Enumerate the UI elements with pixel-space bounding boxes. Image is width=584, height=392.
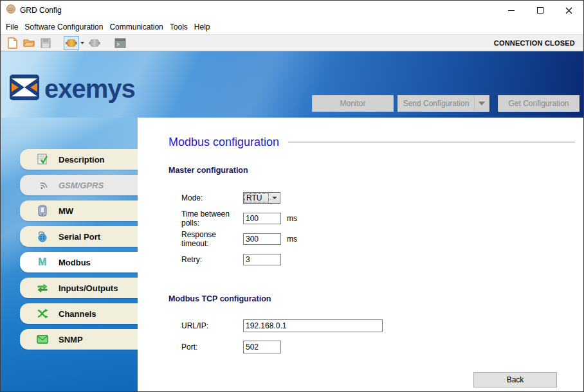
retry-input[interactable] bbox=[243, 254, 281, 265]
polls-unit: ms bbox=[287, 214, 297, 223]
sidebar-item-channels[interactable]: Channels bbox=[20, 303, 138, 324]
app-window: GRD Config File Software Configuration C… bbox=[0, 0, 584, 392]
snmp-icon bbox=[36, 333, 49, 346]
description-icon bbox=[36, 153, 49, 166]
menu-tools[interactable]: Tools bbox=[167, 21, 191, 33]
chevron-down-icon bbox=[269, 193, 280, 203]
master-configuration-title: Master configuration bbox=[169, 166, 583, 175]
channels-icon bbox=[36, 307, 49, 320]
send-configuration-label: Send Configuration bbox=[398, 99, 474, 108]
mw-icon bbox=[36, 204, 49, 217]
connect-dropdown-icon[interactable] bbox=[79, 36, 86, 50]
new-file-icon[interactable] bbox=[5, 36, 20, 50]
connect-icon[interactable] bbox=[64, 36, 79, 50]
toolbar: CONNECTION CLOSED bbox=[1, 34, 583, 51]
port-label: Port: bbox=[181, 343, 243, 352]
url-ip-label: URL/IP: bbox=[181, 321, 243, 330]
disconnect-icon[interactable] bbox=[87, 36, 102, 50]
minimize-icon[interactable] bbox=[497, 1, 525, 20]
response-timeout-label: Response timeout: bbox=[181, 230, 243, 248]
connection-status: CONNECTION CLOSED bbox=[494, 39, 575, 47]
back-button[interactable]: Back bbox=[473, 372, 557, 388]
sidebar-item-serial-port[interactable]: Serial Port bbox=[20, 226, 138, 247]
sidebar-item-label: Modbus bbox=[59, 258, 91, 267]
mode-label: Mode: bbox=[181, 193, 243, 202]
exemys-logo-icon bbox=[10, 75, 39, 103]
response-timeout-input[interactable] bbox=[243, 233, 281, 245]
sidebar-item-gsm-gprs[interactable]: GSM/GPRS bbox=[20, 175, 138, 195]
time-between-polls-label: Time between polls: bbox=[181, 209, 243, 227]
sidebar-item-label: SNMP bbox=[59, 335, 83, 344]
heading-divider bbox=[288, 141, 575, 143]
action-buttons: Monitor Send Configuration Get Configura… bbox=[312, 95, 579, 112]
send-configuration-button[interactable]: Send Configuration bbox=[397, 95, 489, 112]
title-bar: GRD Config bbox=[1, 1, 583, 20]
sidebar-item-label: MW bbox=[59, 206, 73, 216]
monitor-button[interactable]: Monitor bbox=[312, 95, 394, 112]
window-title: GRD Config bbox=[20, 6, 62, 15]
mode-select[interactable]: RTU bbox=[243, 192, 280, 204]
menu-bar: File Software Configuration Communicatio… bbox=[1, 20, 583, 34]
sidebar: Description GSM/GPRS MW Serial Port bbox=[20, 149, 138, 355]
sidebar-item-description[interactable]: Description bbox=[20, 149, 138, 170]
sidebar-item-label: Serial Port bbox=[59, 232, 100, 242]
modbus-icon: M bbox=[36, 256, 49, 269]
exemys-logo-text: exemys bbox=[44, 76, 135, 102]
sidebar-item-label: GSM/GPRS bbox=[59, 181, 104, 190]
app-icon bbox=[6, 4, 16, 17]
get-configuration-button[interactable]: Get Configuration bbox=[498, 95, 579, 112]
sidebar-item-snmp[interactable]: SNMP bbox=[20, 329, 138, 350]
sidebar-item-label: Inputs/Outputs bbox=[59, 283, 118, 293]
time-between-polls-input[interactable] bbox=[243, 213, 281, 224]
open-folder-icon[interactable] bbox=[21, 36, 37, 50]
menu-help[interactable]: Help bbox=[191, 21, 214, 33]
menu-file[interactable]: File bbox=[3, 21, 21, 33]
close-icon[interactable] bbox=[554, 1, 583, 20]
gsm-gprs-icon bbox=[36, 179, 49, 192]
menu-software-configuration[interactable]: Software Configuration bbox=[21, 21, 106, 33]
inputs-outputs-icon bbox=[36, 281, 49, 294]
maximize-icon[interactable] bbox=[525, 1, 554, 20]
retry-label: Retry: bbox=[181, 255, 243, 264]
sidebar-item-label: Channels bbox=[59, 309, 96, 319]
page-title: Modbus configuration bbox=[169, 136, 279, 149]
send-configuration-dropdown-icon[interactable] bbox=[475, 96, 489, 111]
content-panel: Modbus configuration Master configuratio… bbox=[138, 118, 583, 392]
serial-port-icon bbox=[36, 230, 49, 243]
sidebar-item-inputs-outputs[interactable]: Inputs/Outputs bbox=[20, 278, 138, 298]
sidebar-item-mw[interactable]: MW bbox=[20, 200, 138, 221]
modbus-tcp-configuration-title: Modbus TCP configuration bbox=[169, 294, 583, 304]
port-input[interactable] bbox=[243, 341, 281, 353]
save-icon[interactable] bbox=[38, 36, 53, 50]
menu-communication[interactable]: Communication bbox=[106, 21, 166, 33]
exemys-logo: exemys bbox=[10, 75, 135, 103]
main-area: exemys Monitor Send Configuration Get Co… bbox=[1, 51, 583, 392]
url-ip-input[interactable] bbox=[243, 319, 383, 332]
sidebar-item-modbus[interactable]: M Modbus bbox=[20, 252, 138, 272]
sidebar-item-label: Description bbox=[59, 155, 105, 165]
timeout-unit: ms bbox=[287, 235, 297, 244]
mode-value: RTU bbox=[244, 193, 269, 202]
terminal-icon[interactable] bbox=[113, 36, 128, 50]
